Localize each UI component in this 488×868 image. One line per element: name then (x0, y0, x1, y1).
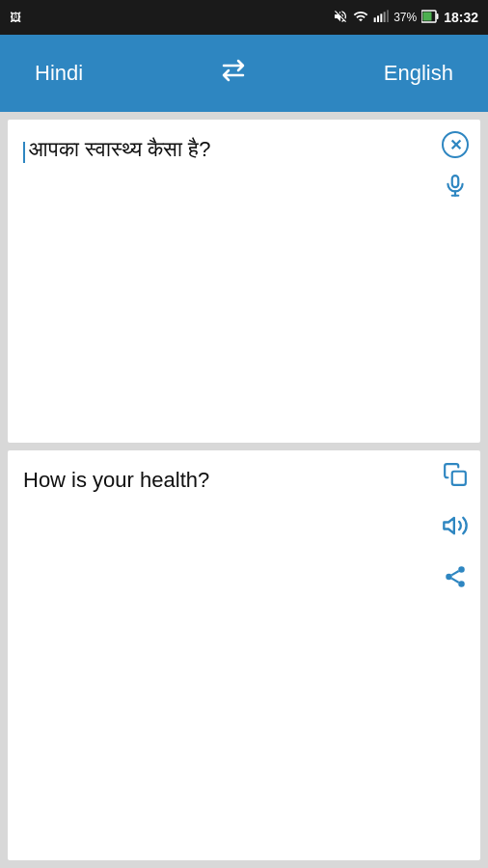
main-content: आपका स्वास्थ्य कैसा है? ✕ How is your he… (0, 112, 488, 868)
input-text-area[interactable]: आपका स्वास्थ्य कैसा है? (23, 135, 465, 165)
svg-point-14 (446, 573, 452, 580)
output-actions (442, 462, 469, 595)
input-actions: ✕ (442, 131, 469, 204)
speaker-button[interactable] (442, 512, 469, 545)
svg-rect-6 (423, 12, 432, 20)
svg-rect-11 (452, 471, 466, 484)
wifi-icon (353, 9, 368, 27)
svg-rect-7 (437, 14, 439, 19)
source-language-button[interactable]: Hindi (19, 53, 98, 94)
close-icon: ✕ (449, 136, 462, 154)
battery-icon (421, 10, 439, 26)
svg-rect-8 (452, 176, 459, 187)
svg-rect-2 (380, 14, 382, 22)
svg-rect-4 (387, 10, 389, 22)
status-bar: 🖼 37% (0, 0, 488, 35)
mute-icon (333, 9, 348, 27)
svg-rect-0 (374, 17, 376, 22)
status-bar-left: 🖼 (10, 11, 21, 24)
output-text: How is your health? (23, 466, 465, 496)
svg-rect-3 (384, 12, 386, 22)
input-text: आपका स्वास्थ्य कैसा है? (29, 137, 211, 161)
input-panel[interactable]: आपका स्वास्थ्य कैसा है? ✕ (8, 120, 480, 443)
share-button[interactable] (443, 564, 468, 595)
svg-marker-12 (444, 517, 454, 532)
status-bar-right: 37% 18:32 (333, 9, 478, 27)
svg-rect-1 (377, 15, 379, 22)
copy-button[interactable] (443, 462, 468, 493)
clear-button[interactable]: ✕ (442, 131, 469, 158)
gallery-icon: 🖼 (10, 11, 21, 24)
svg-point-15 (458, 581, 465, 587)
svg-line-17 (451, 571, 458, 575)
target-language-button[interactable]: English (368, 53, 469, 94)
svg-line-16 (451, 578, 458, 582)
signal-icon (373, 9, 389, 27)
svg-point-13 (458, 566, 465, 573)
battery-percent: 37% (393, 11, 417, 24)
mic-button[interactable] (443, 174, 468, 204)
status-time: 18:32 (444, 10, 478, 25)
app-bar: Hindi English (0, 35, 488, 112)
text-cursor (23, 142, 25, 163)
output-panel: How is your health? (8, 450, 480, 860)
swap-languages-button[interactable] (216, 53, 251, 95)
